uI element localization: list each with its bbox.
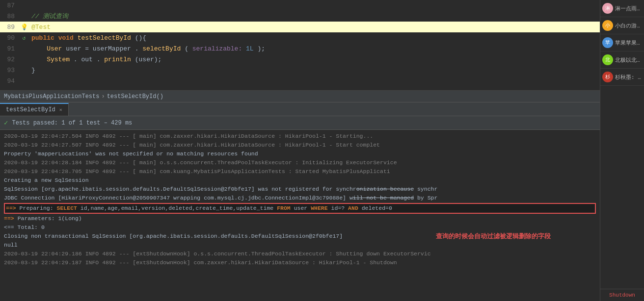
code-line-90: 90 ↺ public void testSelectById (){ bbox=[0, 32, 600, 43]
sidebar-spacer bbox=[600, 86, 644, 289]
console-line-13: 2020-03-19 22:04:29.186 INFO 4892 --- [e… bbox=[4, 250, 596, 258]
tab-label: testSelectById bbox=[6, 106, 55, 113]
avatar-4: 杉 bbox=[602, 72, 613, 82]
console-output: 2020-03-19 22:04:27.504 INFO 4892 --- [ … bbox=[0, 130, 600, 301]
code-line-87: 87 bbox=[0, 0, 600, 11]
line-number-89: 89 bbox=[0, 24, 19, 31]
sidebar-user-1[interactable]: 小 小白の游... bbox=[600, 17, 644, 34]
code-line-92: 92 System . out . println (user); bbox=[0, 54, 600, 65]
line-number-93: 93 bbox=[0, 67, 19, 74]
console-line-12: null bbox=[4, 241, 596, 250]
avatar-1: 小 bbox=[602, 20, 613, 31]
tab-close-icon[interactable]: ✕ bbox=[59, 107, 62, 113]
code-editor: 87 88 // 测试查询 89 💡 @Test 90 ↺ public bbox=[0, 0, 600, 91]
run-header: ✓ Tests passed: 1 of 1 test – 429 ms bbox=[0, 116, 600, 130]
sidebar-user-0[interactable]: 淋 淋一点雨 投币... bbox=[600, 0, 644, 17]
line-content-90: public void testSelectById (){ bbox=[29, 34, 146, 42]
console-line-14: 2020-03-19 22:04:29.187 INFO 4892 --- [e… bbox=[4, 258, 596, 267]
out-ref: out bbox=[81, 56, 92, 63]
line-number-94: 94 bbox=[0, 77, 19, 85]
type-user: User bbox=[47, 45, 62, 52]
username-2: 苹果苹果君叫... bbox=[615, 39, 642, 47]
username-4: 杉秋墨: 查询... bbox=[615, 74, 642, 81]
line-number-92: 92 bbox=[0, 56, 19, 63]
arrow-preparing: ==> bbox=[6, 205, 20, 211]
breadcrumb-class[interactable]: MybatisPlusApplicationTests bbox=[4, 93, 99, 100]
param-label: serializable: bbox=[192, 45, 246, 52]
line-number-87: 87 bbox=[0, 2, 19, 9]
run-panel: ✓ Tests passed: 1 of 1 test – 429 ms 202… bbox=[0, 116, 600, 301]
paren: (){ bbox=[135, 34, 146, 42]
console-line-8-highlight: ==> Preparing: SELECT id,name,age,email,… bbox=[4, 203, 596, 214]
line-number-90: 90 bbox=[0, 34, 19, 42]
param-value: 1L bbox=[246, 45, 254, 52]
console-line-2: Property 'mapperLocations' was not speci… bbox=[4, 150, 596, 158]
sidebar-user-3[interactable]: 北 北极以北233...做 bbox=[600, 51, 644, 69]
breadcrumb-separator: › bbox=[101, 93, 105, 100]
avatar-2: 苹 bbox=[602, 37, 613, 48]
tab-testSelectById[interactable]: testSelectById ✕ bbox=[0, 103, 69, 116]
sidebar-user-4[interactable]: 杉 杉秋墨: 查询... bbox=[600, 69, 644, 86]
console-line-9: ==> Parameters: 1(Long) bbox=[4, 214, 596, 223]
breadcrumb-method[interactable]: testSelectById() bbox=[107, 93, 163, 100]
comment-text: // 测试查询 bbox=[31, 13, 68, 20]
method-name: testSelectById bbox=[78, 34, 131, 42]
console-line-3: 2020-03-19 22:04:28.184 INFO 4892 --- [ … bbox=[4, 158, 596, 167]
annotation-test: @Test bbox=[31, 24, 51, 31]
username-3: 北极以北233...做 bbox=[615, 56, 642, 64]
kw-void: void bbox=[58, 34, 74, 42]
check-icon: ✓ bbox=[4, 119, 8, 127]
annotation-text: 查询的时候会自动过滤被逻辑删除的字段 bbox=[436, 232, 551, 241]
username-1: 小白の游... bbox=[615, 22, 642, 29]
method-println: println bbox=[104, 56, 131, 63]
console-line-0: 2020-03-19 22:04:27.504 INFO 4892 --- [ … bbox=[4, 132, 596, 141]
right-sidebar: 淋 淋一点雨 投币... 小 小白の游... 苹 苹果苹果君叫... 北 北极以… bbox=[600, 0, 644, 301]
tab-bar: testSelectById ✕ bbox=[0, 102, 600, 116]
type-system: System bbox=[47, 56, 70, 63]
line-gutter-90: ↺ bbox=[19, 35, 29, 41]
breadcrumb: MybatisPlusApplicationTests › testSelect… bbox=[0, 91, 600, 102]
console-line-1: 2020-03-19 22:04:27.507 INFO 4892 --- [ … bbox=[4, 141, 596, 150]
avatar-0: 淋 bbox=[602, 3, 613, 14]
kw-public: public bbox=[31, 34, 54, 42]
sidebar-user-2[interactable]: 苹 苹果苹果君叫... bbox=[600, 34, 644, 51]
console-line-4: 2020-03-19 22:04:28.705 INFO 4892 --- [ … bbox=[4, 167, 596, 176]
console-line-5: Creating a new SqlSession bbox=[4, 176, 596, 185]
test-status: Tests passed: 1 of 1 test – 429 ms bbox=[12, 120, 132, 126]
line-number-88: 88 bbox=[0, 13, 19, 20]
code-line-94: 94 bbox=[0, 75, 600, 86]
line-content-89: @Test bbox=[29, 24, 51, 31]
code-line-91: 91 User user = userMapper . selectById (… bbox=[0, 43, 600, 54]
line-number-91: 91 bbox=[0, 45, 19, 52]
code-line-89: 89 💡 @Test bbox=[0, 22, 600, 32]
code-line-93: 93 } bbox=[0, 65, 600, 75]
avatar-3: 北 bbox=[602, 54, 613, 65]
method-selectbyid: selectById bbox=[142, 45, 181, 52]
shutdown-label[interactable]: Shutdown bbox=[600, 289, 644, 301]
line-content-92: System . out . println (user); bbox=[29, 56, 161, 63]
line-gutter-89: 💡 bbox=[19, 24, 29, 31]
line-content-91: User user = userMapper . selectById ( se… bbox=[29, 45, 265, 52]
line-content-93: } bbox=[29, 67, 35, 74]
console-line-11: Closing non transactional SqlSession [or… bbox=[4, 232, 596, 241]
console-line-6: SqlSession [org.apache.ibatis.session.de… bbox=[4, 185, 596, 194]
line-content-88: // 测试查询 bbox=[29, 12, 68, 21]
username-0: 淋一点雨 投币... bbox=[615, 5, 642, 12]
console-line-10: <== Total: 0 bbox=[4, 223, 596, 232]
console-line-7: JDBC Connection [HikariProxyConnection@2… bbox=[4, 194, 596, 202]
code-line-88: 88 // 测试查询 bbox=[0, 11, 600, 22]
main-area: 87 88 // 测试查询 89 💡 @Test 90 ↺ public bbox=[0, 0, 600, 301]
